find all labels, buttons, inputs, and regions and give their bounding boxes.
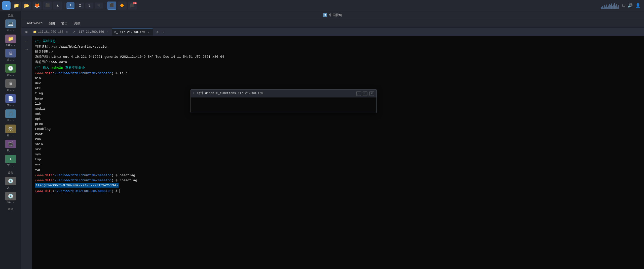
taskbar-tab-1[interactable]: 1 [66, 2, 74, 9]
sidebar-item-label-docs: 文... [7, 103, 14, 107]
tab-bar: ⊞ 📁 117.21.200.166 ✕ >_ 117.21.200.166 ✕… [21, 28, 644, 36]
taskbar-btn-text[interactable]: ▲ [53, 2, 62, 10]
taskbar-btn-folder[interactable]: 📂 [22, 2, 31, 10]
tab-label-terminal-1: >_ 117.21.200.166 [73, 30, 104, 34]
nav-back-btn[interactable]: ← [23, 38, 30, 45]
dialog-btn-minimize[interactable]: − [356, 91, 361, 96]
sidebar-item-label-desktop: 桌... [7, 58, 14, 62]
sidebar-item-label-videos: 视... [7, 149, 14, 152]
taskbar-badge-btn[interactable]: ⬛ 16 [128, 2, 137, 10]
taskbar-btn-terminal[interactable]: ⬛ [43, 2, 52, 10]
sidebar-item-docs[interactable]: 📄 文... [2, 93, 20, 108]
sidebar-item-disk1[interactable]: 💿 文... [2, 176, 20, 190]
system-sidebar: 位置 💻 计... 📁 vip... 🖥 桌... 🕐 最... 🗑 回... … [0, 11, 21, 269]
taskbar-active-terminal[interactable]: ⬛ [107, 2, 116, 10]
terminal-cmd-ls: (www-data:/var/www/html/runtime/session)… [35, 71, 641, 76]
terminal-cmd-readflag: (www-data:/var/www/html/runtime/session)… [35, 173, 641, 178]
terminal-user: 当前用户：www-data [35, 60, 641, 65]
dialog-content [191, 98, 376, 113]
sidebar-item-downloads[interactable]: ⬇ 下... [2, 154, 20, 168]
sidebar-item-computer[interactable]: 💻 计... [2, 18, 20, 33]
sidebar-item-recent[interactable]: 🕐 最... [2, 63, 20, 78]
tab-icon-folder: 📁 [33, 30, 37, 34]
tab-settings-close[interactable]: ✕ [161, 29, 167, 35]
taskbar-badge-count: 16 [133, 2, 137, 4]
tab-terminal-2[interactable]: >_ 117.21.200.166 ✕ [112, 28, 153, 36]
terminal-disk: 磁盘列表：/ [35, 49, 641, 54]
tab-close-terminal-2[interactable]: ✕ [147, 31, 150, 34]
menu-item-window[interactable]: 窗口 [58, 20, 71, 27]
sidebar-item-disk2[interactable]: 💿 Ka... [2, 191, 20, 205]
terminal-last-prompt: (www-data:/var/www/html/runtime/session)… [35, 189, 641, 194]
sidebar-item-desktop[interactable]: 🖥 桌... [2, 48, 20, 63]
sidebar-section-network: 网络 [0, 207, 21, 211]
taskbar-btn-files[interactable]: 📁 [12, 2, 21, 10]
taskbar-chart [601, 2, 619, 9]
sidebar-item-label-music: 音... [7, 118, 14, 122]
sidebar-item-label-computer: 计... [7, 28, 14, 32]
sidebar-item-label-disk1: 文... [7, 186, 14, 189]
sidebar-item-label-vip: vip... [6, 44, 15, 46]
taskbar-icon-display[interactable]: □ [622, 3, 625, 8]
sidebar-item-label-disk2: Ka... [7, 201, 14, 204]
menu-item-edit[interactable]: 编辑 [46, 20, 58, 27]
sidebar-section-location: 位置 [0, 14, 21, 17]
dialog-btn-close[interactable]: ✕ [369, 91, 374, 96]
sidebar-item-music[interactable]: 🎵 音... [2, 108, 20, 123]
tab-terminal-1[interactable]: >_ 117.21.200.166 ✕ [71, 28, 111, 36]
disable-functions-dialog: □ 绕过 disable_functions-117.21.200.166 − … [191, 89, 377, 113]
taskbar-tab-2[interactable]: 2 [76, 3, 84, 9]
menubar: AntSword 编辑 窗口 调试 [21, 19, 644, 28]
tab-close-file-manager[interactable]: ✕ [65, 30, 69, 34]
terminal-help: (*) 输入 ashelp 查看本地命令 [35, 65, 641, 70]
sidebar-section-devices: 设备 [0, 171, 21, 175]
tab-label-file-manager: 117.21.200.166 [38, 30, 63, 34]
taskbar-firefox-2[interactable]: 🔶 [118, 2, 127, 10]
terminal-cmd-readflag2: (www-data:/var/www/html/runtime/session)… [35, 178, 641, 183]
antsword-logo[interactable]: ✦ [2, 1, 11, 10]
taskbar-icon-user[interactable]: 👤 [635, 3, 640, 8]
antsword-window: ■ 中国蚁剑 AntSword 编辑 窗口 调试 ⊞ 📁 1 [21, 11, 644, 269]
sidebar-item-videos[interactable]: 🎬 视... [2, 139, 20, 153]
dialog-titlebar[interactable]: □ 绕过 disable_functions-117.21.200.166 − … [191, 89, 376, 98]
tab-file-manager[interactable]: 📁 117.21.200.166 ✕ [31, 28, 71, 36]
nav-sidebar: ← → [21, 36, 32, 269]
terminal-path: 当前路径：/var/www/html/runtime/session [35, 44, 641, 49]
taskbar-tab-3[interactable]: 3 [85, 3, 93, 9]
nav-forward-btn[interactable]: → [23, 46, 30, 53]
terminal-sysinfo: 系统信息：Linux out 4.19.221-0419221-generic … [35, 54, 641, 59]
tab-label-terminal-2: >_ 117.21.200.166 [114, 31, 145, 34]
window-title: 中国蚁剑 [329, 13, 342, 17]
menu-item-debug[interactable]: 调试 [71, 20, 83, 27]
sidebar-item-label-downloads: 下... [7, 164, 14, 167]
sidebar-item-label-trash: 回... [7, 88, 14, 92]
tab-close-terminal-1[interactable]: ✕ [106, 30, 109, 34]
sidebar-item-label-recent: 最... [7, 73, 14, 77]
antsword-titlebar: ■ 中国蚁剑 [21, 11, 644, 19]
sidebar-item-vip[interactable]: 📁 vip... [2, 34, 20, 47]
dialog-title-text: 绕过 disable_functions-117.21.200.166 [197, 91, 354, 96]
tab-grid-btn[interactable]: ⊞ [23, 29, 30, 35]
taskbar-icon-volume[interactable]: 🔊 [628, 3, 633, 8]
taskbar-btn-firefox[interactable]: 🦊 [32, 2, 42, 10]
taskbar-tab-4[interactable]: 4 [95, 3, 103, 9]
sidebar-item-photos[interactable]: 🖼 图... [2, 124, 20, 138]
dialog-btn-maximize[interactable]: □ [363, 91, 367, 96]
sidebar-item-trash[interactable]: 🗑 回... [2, 78, 20, 93]
menu-item-antsword[interactable]: AntSword [24, 20, 46, 26]
terminal-flag-output: flag{62ec06cf-0709-40a7-a406-7971f9e2513… [35, 183, 641, 188]
sidebar-item-label-photos: 图... [7, 134, 14, 137]
tab-settings-btn[interactable]: ⚙ [155, 29, 161, 35]
dialog-title-icon: □ [193, 91, 195, 96]
terminal-area: (*) 基础信息 当前路径：/var/www/html/runtime/sess… [32, 36, 644, 269]
terminal-section-header: (*) 基础信息 [35, 39, 641, 44]
